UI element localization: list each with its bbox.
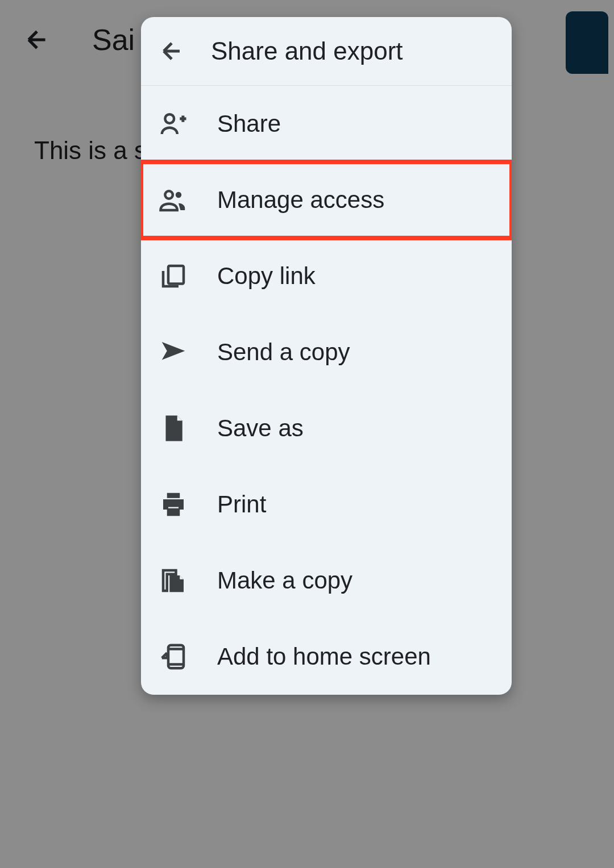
send-icon: [158, 337, 189, 368]
people-icon: [158, 185, 189, 215]
svg-point-2: [176, 192, 181, 198]
menu-title: Share and export: [211, 37, 403, 65]
menu-item-share[interactable]: Share: [141, 86, 512, 162]
menu-item-label: Manage access: [217, 186, 384, 214]
menu-item-label: Share: [217, 110, 281, 137]
add-home-icon: [158, 641, 189, 672]
menu-item-label: Save as: [217, 415, 304, 442]
svg-rect-3: [168, 266, 184, 284]
menu-item-label: Print: [217, 491, 266, 518]
print-icon: [158, 489, 189, 520]
menu-item-label: Copy link: [217, 262, 316, 290]
person-add-icon: [158, 108, 189, 139]
menu-item-add-home-screen[interactable]: Add to home screen: [141, 619, 512, 695]
menu-item-send-copy[interactable]: Send a copy: [141, 314, 512, 390]
svg-point-0: [165, 114, 174, 123]
file-icon: [158, 413, 189, 444]
menu-item-print[interactable]: Print: [141, 466, 512, 542]
file-copy-icon: [158, 565, 189, 596]
menu-item-label: Send a copy: [217, 339, 350, 366]
menu-item-make-copy[interactable]: Make a copy: [141, 542, 512, 619]
menu-header: Share and export: [141, 17, 512, 86]
svg-rect-4: [167, 493, 180, 498]
menu-item-manage-access[interactable]: Manage access: [141, 160, 512, 240]
menu-item-save-as[interactable]: Save as: [141, 390, 512, 466]
svg-point-1: [165, 191, 173, 199]
menu-item-copy-link[interactable]: Copy link: [141, 238, 512, 314]
back-icon[interactable]: [158, 37, 185, 65]
menu-item-label: Add to home screen: [217, 643, 431, 670]
copy-link-icon: [158, 261, 189, 291]
menu-item-label: Make a copy: [217, 567, 352, 594]
svg-rect-6: [168, 508, 179, 515]
share-export-menu: Share and export Share Manage access: [141, 17, 512, 695]
